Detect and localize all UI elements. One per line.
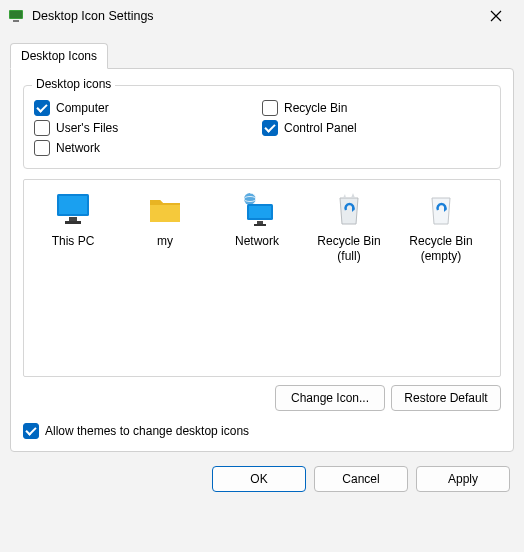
preview-item-network[interactable]: Network xyxy=(212,190,302,249)
recycle-bin-full-icon xyxy=(329,190,369,228)
preview-item-recycle-full[interactable]: Recycle Bin (full) xyxy=(304,190,394,264)
svg-rect-1 xyxy=(10,11,22,18)
desktop-icons-group: Desktop icons Computer User's Files Netw… xyxy=(23,85,501,169)
restore-default-button[interactable]: Restore Default xyxy=(391,385,501,411)
svg-rect-6 xyxy=(65,221,81,224)
checkbox-icon xyxy=(262,100,278,116)
checkbox-label: Control Panel xyxy=(284,121,357,135)
svg-rect-12 xyxy=(254,224,266,226)
preview-item-recycle-empty[interactable]: Recycle Bin (empty) xyxy=(396,190,486,264)
titlebar: Desktop Icon Settings xyxy=(0,0,524,32)
cancel-button[interactable]: Cancel xyxy=(314,466,408,492)
dialog-footer: OK Cancel Apply xyxy=(0,452,524,506)
close-button[interactable] xyxy=(476,2,516,30)
svg-rect-10 xyxy=(249,206,271,218)
preview-label: Recycle Bin (full) xyxy=(304,234,394,264)
checkbox-computer[interactable]: Computer xyxy=(34,100,262,116)
checkbox-recycle-bin[interactable]: Recycle Bin xyxy=(262,100,490,116)
close-icon xyxy=(490,10,502,22)
tab-desktop-icons[interactable]: Desktop Icons xyxy=(10,43,108,69)
network-icon xyxy=(237,190,277,228)
checkbox-users-files[interactable]: User's Files xyxy=(34,120,262,136)
preview-label: Recycle Bin (empty) xyxy=(396,234,486,264)
checkbox-icon xyxy=(23,423,39,439)
checkbox-label: Computer xyxy=(56,101,109,115)
checkbox-label: Allow themes to change desktop icons xyxy=(45,424,249,438)
folder-icon xyxy=(145,190,185,228)
checkbox-icon xyxy=(262,120,278,136)
checkbox-icon xyxy=(34,120,50,136)
tab-panel: Desktop icons Computer User's Files Netw… xyxy=(10,68,514,452)
preview-label: Network xyxy=(235,234,279,249)
preview-label: my xyxy=(157,234,173,249)
window-title: Desktop Icon Settings xyxy=(32,9,476,23)
app-icon xyxy=(8,8,24,24)
checkbox-allow-themes[interactable]: Allow themes to change desktop icons xyxy=(23,423,501,439)
checkbox-label: Recycle Bin xyxy=(284,101,347,115)
tab-strip: Desktop Icons xyxy=(10,42,514,68)
icon-preview: This PC my Network Recycle Bin (full) xyxy=(23,179,501,377)
checkbox-label: User's Files xyxy=(56,121,118,135)
checkbox-network[interactable]: Network xyxy=(34,140,262,156)
group-legend: Desktop icons xyxy=(32,77,115,91)
checkbox-label: Network xyxy=(56,141,100,155)
monitor-icon xyxy=(53,190,93,228)
checkbox-control-panel[interactable]: Control Panel xyxy=(262,120,490,136)
svg-rect-11 xyxy=(257,221,263,224)
preview-label: This PC xyxy=(52,234,95,249)
svg-rect-4 xyxy=(59,196,87,214)
preview-item-my[interactable]: my xyxy=(120,190,210,249)
preview-item-this-pc[interactable]: This PC xyxy=(28,190,118,249)
ok-button[interactable]: OK xyxy=(212,466,306,492)
svg-rect-2 xyxy=(13,20,19,22)
recycle-bin-empty-icon xyxy=(421,190,461,228)
checkbox-icon xyxy=(34,100,50,116)
checkbox-icon xyxy=(34,140,50,156)
svg-rect-5 xyxy=(69,217,77,221)
apply-button[interactable]: Apply xyxy=(416,466,510,492)
change-icon-button[interactable]: Change Icon... xyxy=(275,385,385,411)
